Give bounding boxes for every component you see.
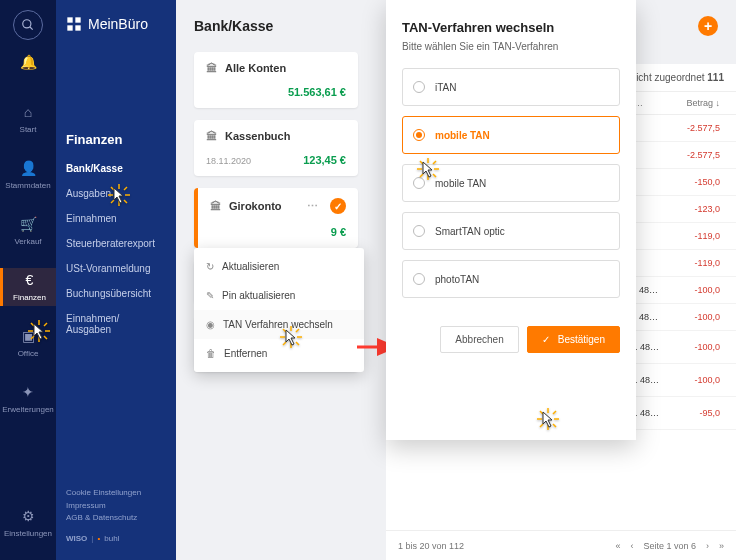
- more-icon[interactable]: ⋯: [307, 200, 318, 213]
- tan-option-smarttan-optic[interactable]: SmartTAN optic: [402, 212, 620, 250]
- sidebar-item-steuerberaterexport[interactable]: Steuerberaterexport: [66, 238, 166, 249]
- bank-icon: 🏛: [206, 62, 217, 74]
- sidebar-item-einnahmen-ausgaben[interactable]: Einnahmen/ Ausgaben: [66, 313, 166, 335]
- pager-range: 1 bis 20 von 112: [398, 541, 464, 551]
- bank-icon: 🏛: [210, 200, 221, 212]
- tan-modal: TAN-Verfahren wechseln Bitte wählen Sie …: [386, 0, 636, 440]
- home-icon: ⌂: [19, 104, 37, 122]
- pager-next[interactable]: ›: [706, 541, 709, 551]
- sidebar: MeinBüro Finanzen Bank/KasseAusgabenEinn…: [56, 0, 176, 560]
- rail-item-start[interactable]: ⌂Start: [0, 100, 56, 138]
- pager-first[interactable]: «: [615, 541, 620, 551]
- pager-page: Seite 1 von 6: [643, 541, 696, 551]
- rail-item-office[interactable]: ▣Office: [0, 324, 56, 362]
- table-pager: 1 bis 20 von 112 « ‹ Seite 1 von 6 › »: [386, 530, 736, 560]
- radio-icon: [413, 81, 425, 93]
- refresh-icon: ↻: [206, 261, 214, 272]
- check-icon: ✓: [542, 334, 550, 345]
- cancel-button[interactable]: Abbrechen: [440, 326, 518, 353]
- office-icon: ▣: [19, 328, 37, 346]
- notifications-icon[interactable]: 🔔: [20, 54, 37, 70]
- brand-text: MeinBüro: [88, 16, 148, 32]
- svg-point-0: [23, 20, 31, 28]
- brand: MeinBüro: [66, 16, 166, 32]
- bank-icon: 🏛: [206, 130, 217, 142]
- sidebar-footer: Cookie Einstellungen Impressum AGB & Dat…: [66, 487, 141, 546]
- ctx-pin-aktualisieren[interactable]: ✎Pin aktualisieren: [194, 281, 364, 310]
- active-check-icon: ✓: [330, 198, 346, 214]
- svg-rect-4: [67, 25, 72, 30]
- radio-icon: [413, 225, 425, 237]
- sidebar-item-buchungs-bersicht[interactable]: Buchungsübersicht: [66, 288, 166, 299]
- search-button[interactable]: [13, 10, 43, 40]
- footer-cookies[interactable]: Cookie Einstellungen: [66, 487, 141, 500]
- radio-icon: [413, 177, 425, 189]
- rail-item-stammdaten[interactable]: 👤Stammdaten: [0, 156, 56, 194]
- radio-icon: [413, 129, 425, 141]
- svg-rect-2: [67, 17, 72, 22]
- pager-last[interactable]: »: [719, 541, 724, 551]
- sidebar-section-title: Finanzen: [66, 132, 166, 147]
- tan-option-itan[interactable]: iTAN: [402, 68, 620, 106]
- ext-icon: ✦: [19, 384, 37, 402]
- confirm-button[interactable]: ✓ Bestätigen: [527, 326, 620, 353]
- search-icon: [21, 18, 35, 32]
- ctx-tan-verfahren-wechseln[interactable]: ◉TAN Verfahren wechseln: [194, 310, 364, 339]
- footer-buhl: buhl: [104, 533, 119, 546]
- rail-item-erweiterungen[interactable]: ✦Erweiterungen: [0, 380, 56, 418]
- account-card[interactable]: 🏛Girokonto⋯✓9 €: [194, 188, 358, 248]
- rail-item-verkauf[interactable]: 🛒Verkauf: [0, 212, 56, 250]
- euro-icon: €: [21, 272, 39, 290]
- ctx-entfernen[interactable]: 🗑Entfernen: [194, 339, 364, 368]
- sidebar-item-ust-voranmeldung[interactable]: USt-Voranmeldung: [66, 263, 166, 274]
- account-card[interactable]: 🏛Kassenbuch18.11.2020123,45 €: [194, 120, 358, 176]
- sidebar-item-einnahmen[interactable]: Einnahmen: [66, 213, 166, 224]
- add-button[interactable]: +: [698, 16, 718, 36]
- account-context-menu: ↻Aktualisieren✎Pin aktualisieren◉TAN Ver…: [194, 248, 364, 372]
- page-title: Bank/Kasse: [194, 18, 273, 34]
- modal-title: TAN-Verfahren wechseln: [402, 20, 620, 35]
- col-amount[interactable]: Betrag ↓: [670, 98, 720, 108]
- pager-prev[interactable]: ‹: [630, 541, 633, 551]
- unassigned-label: Nicht zugeordnet: [629, 72, 705, 83]
- svg-rect-5: [75, 25, 80, 30]
- brand-icon: [66, 16, 82, 32]
- tan-option-mobile-tan[interactable]: mobile TAN: [402, 116, 620, 154]
- pin-icon: ✎: [206, 290, 214, 301]
- footer-wiso: WISO: [66, 533, 87, 546]
- radio-icon: ◉: [206, 319, 215, 330]
- rail-item-finanzen[interactable]: €Finanzen: [0, 268, 56, 306]
- trash-icon: 🗑: [206, 348, 216, 359]
- user-icon: 👤: [19, 160, 37, 178]
- cart-icon: 🛒: [19, 216, 37, 234]
- sidebar-item-ausgaben[interactable]: Ausgaben: [66, 188, 166, 199]
- account-card[interactable]: 🏛Alle Konten51.563,61 €: [194, 52, 358, 108]
- nav-rail: 🔔 ⌂Start👤Stammdaten🛒Verkauf€Finanzen▣Off…: [0, 0, 56, 560]
- ctx-aktualisieren[interactable]: ↻Aktualisieren: [194, 252, 364, 281]
- sidebar-item-bank-kasse[interactable]: Bank/Kasse: [66, 163, 166, 174]
- svg-rect-3: [75, 17, 80, 22]
- unassigned-count: 111: [707, 72, 724, 83]
- gear-icon: ⚙: [19, 508, 37, 526]
- rail-item-einstellungen[interactable]: ⚙Einstellungen: [0, 504, 56, 542]
- svg-line-1: [30, 27, 33, 30]
- tan-option-mobile-tan[interactable]: mobile TAN: [402, 164, 620, 202]
- footer-agb[interactable]: AGB & Datenschutz: [66, 512, 141, 525]
- radio-icon: [413, 273, 425, 285]
- tan-option-phototan[interactable]: photoTAN: [402, 260, 620, 298]
- modal-subtitle: Bitte wählen Sie ein TAN-Verfahren: [402, 41, 620, 52]
- footer-impressum[interactable]: Impressum: [66, 500, 141, 513]
